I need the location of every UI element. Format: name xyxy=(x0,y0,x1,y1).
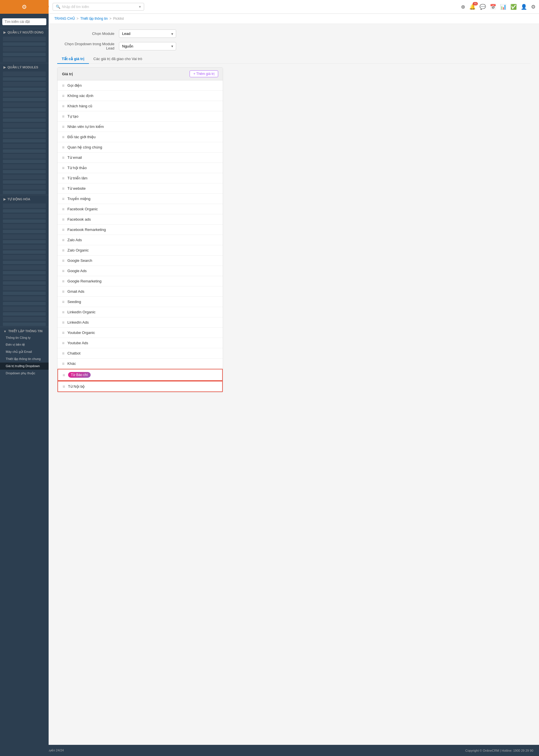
sidebar-item-dropdown-values[interactable]: Giá trị trường Dropdown xyxy=(0,362,48,370)
module-select[interactable]: Lead Contact Account Deal xyxy=(119,30,176,38)
table-row: ≡Facebook Organic xyxy=(57,204,223,214)
value-text: Không xác định xyxy=(67,94,218,98)
table-row: ≡Từ website xyxy=(57,183,223,194)
sidebar-blurred-item xyxy=(3,296,46,301)
table-row: ≡Tự tạo xyxy=(57,111,223,122)
drag-handle-icon[interactable]: ≡ xyxy=(62,186,65,191)
footer: 💬 Bot hỗ trợ sử dụng trực tuyến 24/24 Co… xyxy=(0,745,539,756)
sidebar-blurred-item xyxy=(3,292,46,295)
sidebar-section-settings[interactable]: ▼ THIẾT LẬP THÔNG TIN xyxy=(0,327,48,334)
drag-handle-icon[interactable]: ≡ xyxy=(62,248,65,253)
tab-role-values[interactable]: Các giá trị đã giao cho Vai trò xyxy=(89,54,147,64)
sidebar-blurred-item xyxy=(3,281,46,285)
drag-handle-icon[interactable]: ≡ xyxy=(62,114,65,119)
sidebar-blurred-item xyxy=(3,323,46,326)
value-text: Tự tạo xyxy=(67,114,218,119)
drag-handle-icon[interactable]: ≡ xyxy=(62,93,65,98)
sidebar-item-dependent-dropdown[interactable]: Dropdown phụ thuộc xyxy=(0,370,48,377)
breadcrumb-sep2: > xyxy=(110,17,112,21)
sidebar-blurred-item xyxy=(3,174,46,179)
table-row: ≡Facebook Remarketing xyxy=(57,225,223,235)
sidebar-section-modules-label: QUẢN LÝ MODULES xyxy=(7,65,38,69)
value-text: LinkedIn Ads xyxy=(67,320,218,325)
drag-handle-icon[interactable]: ≡ xyxy=(62,289,65,294)
table-row: ≡Khách hàng cũ xyxy=(57,101,223,111)
sidebar-blurred-item xyxy=(3,302,46,305)
sidebar-blurred-item xyxy=(3,307,46,311)
drag-handle-icon[interactable]: ≡ xyxy=(62,310,65,315)
drag-handle-icon[interactable]: ≡ xyxy=(62,217,65,222)
sidebar-blurred-item xyxy=(3,180,46,184)
drag-handle-icon[interactable]: ≡ xyxy=(62,237,65,242)
drag-handle-icon[interactable]: ≡ xyxy=(62,330,65,335)
drag-handle-icon[interactable]: ≡ xyxy=(63,384,65,389)
chart-icon[interactable]: 📊 xyxy=(500,4,506,10)
tab-all-values[interactable]: Tất cả giá trị xyxy=(57,54,89,64)
chat-bubble-icon[interactable]: 💬 xyxy=(480,4,486,10)
sidebar-item-company-info[interactable]: Thông tin Công ty xyxy=(0,334,48,341)
drag-handle-icon[interactable]: ≡ xyxy=(62,320,65,325)
table-row: ≡Gmail Ads xyxy=(57,286,223,297)
sidebar-blurred-item xyxy=(3,235,46,239)
drag-handle-icon[interactable]: ≡ xyxy=(62,155,65,160)
value-text: Đối tác giới thiệu xyxy=(67,135,218,139)
drag-handle-icon[interactable]: ≡ xyxy=(62,104,65,108)
drag-handle-icon[interactable]: ≡ xyxy=(63,373,65,377)
gear-icon[interactable]: ⚙ xyxy=(531,4,536,10)
drag-handle-icon[interactable]: ≡ xyxy=(62,83,65,88)
add-icon[interactable]: ⊕ xyxy=(461,4,465,10)
drag-handle-icon[interactable]: ≡ xyxy=(62,361,65,366)
drag-handle-icon[interactable]: ≡ xyxy=(62,176,65,181)
value-text: LinkedIn Organic xyxy=(67,310,218,314)
drag-handle-icon[interactable]: ≡ xyxy=(62,340,65,345)
value-text: Từ triển lãm xyxy=(67,176,218,180)
footer-copyright: Copyright © OnlineCRM | Hotline: 1900 29… xyxy=(465,749,533,752)
values-header-label: Giá trị xyxy=(62,72,73,76)
table-row: ≡Từ Nội bộ xyxy=(57,381,223,392)
sidebar-item-email-server[interactable]: Máy chủ gửi Email xyxy=(0,348,48,355)
sidebar-section-modules[interactable]: ▶ QUẢN LÝ MODULES xyxy=(0,63,48,70)
sidebar-blurred-item xyxy=(3,230,46,233)
settings-icon[interactable]: ⚙ xyxy=(0,0,48,14)
sidebar-item-currency[interactable]: Đơn vị tiền tệ xyxy=(0,341,48,348)
sidebar-blurred-item xyxy=(3,143,46,148)
search-bar[interactable]: 🔍 Nhập để tìm kiếm ▾ xyxy=(53,3,144,11)
sidebar-blurred-item xyxy=(3,276,46,280)
drag-handle-icon[interactable]: ≡ xyxy=(62,258,65,263)
search-placeholder: Nhập để tìm kiếm xyxy=(62,5,89,9)
table-row: ≡Khác xyxy=(57,358,223,369)
drag-handle-icon[interactable]: ≡ xyxy=(62,196,65,201)
sidebar-blurred-item xyxy=(3,88,46,91)
drag-handle-icon[interactable]: ≡ xyxy=(62,279,65,284)
sidebar-blurred-item xyxy=(3,265,46,270)
drag-handle-icon[interactable]: ≡ xyxy=(62,227,65,232)
breadcrumb-step2[interactable]: Thiết lập thông tin xyxy=(80,17,108,21)
add-value-button[interactable]: + Thêm giá trị xyxy=(190,70,218,77)
sidebar-section-automation[interactable]: ▶ TỰ ĐỘNG HÓA xyxy=(0,195,48,202)
chevron-right-icon: ▶ xyxy=(3,31,6,34)
sidebar-search-input[interactable] xyxy=(2,18,46,25)
table-row: ≡LinkedIn Ads xyxy=(57,317,223,328)
sidebar-section-users[interactable]: ▶ QUẢN LÝ NGƯỜI DÙNG xyxy=(0,28,48,36)
drag-handle-icon[interactable]: ≡ xyxy=(62,299,65,304)
calendar-icon[interactable]: 📅 xyxy=(490,4,496,10)
sidebar-item-general-settings[interactable]: Thiết lập thông tin chung xyxy=(0,355,48,362)
notification-icon[interactable]: 🔔 75 xyxy=(469,4,476,10)
module-label: Chọn Module xyxy=(57,32,115,36)
drag-handle-icon[interactable]: ≡ xyxy=(62,124,65,129)
breadcrumb-home[interactable]: TRANG CHỦ xyxy=(54,17,75,21)
value-text: Truyền miệng xyxy=(67,197,218,201)
drag-handle-icon[interactable]: ≡ xyxy=(62,351,65,356)
navbar: ☰ ☁ CLOUDPRO 🔍 Nhập để tìm kiếm ▾ ⊕ 🔔 75… xyxy=(0,0,539,14)
value-text: Nhân viên tự tìm kiếm xyxy=(67,125,218,129)
search-dropdown-arrow[interactable]: ▾ xyxy=(139,5,141,9)
drag-handle-icon[interactable]: ≡ xyxy=(62,135,65,140)
drag-handle-icon[interactable]: ≡ xyxy=(62,165,65,170)
checklist-icon[interactable]: ✅ xyxy=(510,4,517,10)
drag-handle-icon[interactable]: ≡ xyxy=(62,268,65,273)
drag-handle-icon[interactable]: ≡ xyxy=(62,207,65,212)
value-text: Facebook Remarketing xyxy=(67,228,218,232)
dropdown-select[interactable]: Nguồn Trạng thái Loại xyxy=(119,42,176,50)
user-icon[interactable]: 👤 xyxy=(521,4,527,10)
drag-handle-icon[interactable]: ≡ xyxy=(62,145,65,150)
